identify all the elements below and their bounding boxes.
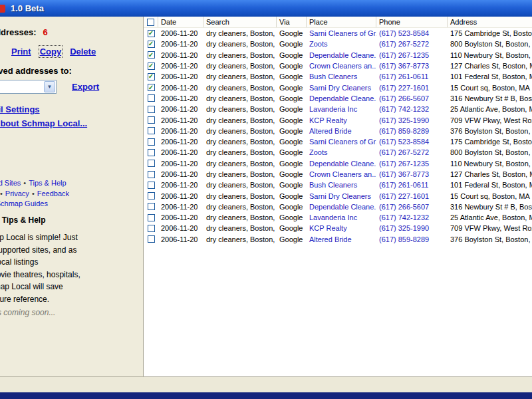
cell-search: dry cleaners, Boston, ... [203, 213, 277, 221]
cell-search: dry cleaners, Boston, ... [203, 181, 277, 189]
cell-place: Crown Cleaners an... [307, 170, 376, 178]
row-checkbox[interactable]: ✓ [148, 30, 155, 37]
table-row[interactable]: 2006-11-20 dry cleaners, Boston, ... Goo… [144, 212, 532, 223]
titlebar[interactable]: 1.0 Beta [0, 0, 532, 17]
column-header-place[interactable]: Place [307, 17, 376, 27]
row-checkbox[interactable] [148, 225, 155, 232]
row-checkbox[interactable] [148, 192, 155, 200]
cell-phone: (617) 742-1232 [376, 105, 448, 113]
cell-phone: (617) 267-5272 [376, 40, 448, 48]
check-icon: ✓ [148, 41, 154, 47]
about-schmap-local-link[interactable]: About Schmap Local... [0, 118, 87, 128]
export-link[interactable]: Export [72, 82, 99, 92]
cell-place: Lavanderia Inc [307, 213, 376, 221]
table-row[interactable]: 2006-11-20 dry cleaners, Boston, ... Goo… [144, 234, 532, 245]
table-row[interactable]: ✓ 2006-11-20 dry cleaners, Boston, ... G… [144, 39, 532, 49]
row-checkbox-cell: ✓ [144, 30, 158, 37]
table-row[interactable]: 2006-11-20 dry cleaners, Boston, ... Goo… [144, 104, 532, 114]
row-checkbox[interactable]: ✓ [148, 41, 155, 48]
table-row[interactable]: 2006-11-20 dry cleaners, Boston, ... Goo… [144, 126, 532, 136]
settings-link[interactable]: Email Settings [0, 104, 40, 114]
cell-place: Zoots [307, 148, 376, 156]
cell-phone: (617) 742-1232 [376, 213, 448, 221]
cell-address: 376 Boylston St, Boston, MA [448, 235, 532, 243]
cell-date: 2006-11-20 [158, 40, 203, 48]
export-format-dropdown[interactable]: ▼ [0, 80, 57, 94]
table-row[interactable]: ✓ 2006-11-20 dry cleaners, Boston, ... G… [144, 61, 532, 71]
column-header-via[interactable]: Via [277, 17, 307, 27]
feedback-link[interactable]: Feedback [37, 190, 69, 198]
row-checkbox[interactable] [148, 214, 155, 221]
copy-link[interactable]: Copy [40, 47, 62, 57]
row-checkbox[interactable]: ✓ [148, 63, 155, 70]
cell-phone: (617) 523-8584 [376, 29, 448, 37]
column-header-search[interactable]: Search [203, 17, 277, 27]
cell-address: 175 Cambridge St, Boston, MA [448, 138, 532, 146]
row-checkbox-cell [144, 160, 158, 167]
cell-date: 2006-11-20 [158, 84, 203, 92]
schmap-guides-link[interactable]: Free Schmap Guides [0, 200, 48, 207]
row-checkbox[interactable] [148, 106, 155, 113]
table-row[interactable]: 2006-11-20 dry cleaners, Boston, ... Goo… [144, 114, 532, 125]
cell-address: 175 Cambridge St, Boston, MA [448, 29, 532, 37]
row-checkbox[interactable]: ✓ [148, 73, 155, 80]
cell-place: Dependable Cleane... [307, 94, 376, 102]
table-row[interactable]: 2006-11-20 dry cleaners, Boston, ... Goo… [144, 169, 532, 180]
table-row[interactable]: 2006-11-20 dry cleaners, Boston, ... Goo… [144, 190, 532, 201]
table-row[interactable]: 2006-11-20 dry cleaners, Boston, ... Goo… [144, 136, 532, 147]
cell-phone: (617) 267-1235 [376, 51, 448, 59]
table-row[interactable]: ✓ 2006-11-20 dry cleaners, Boston, ... G… [144, 82, 532, 92]
row-checkbox[interactable] [148, 235, 155, 243]
help-paragraph: Using Schmap Local is simple! Just searc… [0, 231, 143, 305]
row-checkbox[interactable] [148, 171, 155, 178]
cell-phone: (617) 267-5272 [376, 148, 448, 156]
cell-search: dry cleaners, Boston, ... [203, 105, 277, 113]
table-body: ✓ 2006-11-20 dry cleaners, Boston, ... G… [144, 28, 532, 245]
chevron-down-icon[interactable]: ▼ [44, 81, 55, 92]
supported-sites-link[interactable]: Supported Sites [0, 179, 21, 187]
table-row[interactable]: 2006-11-20 dry cleaners, Boston, ... Goo… [144, 158, 532, 169]
saved-addresses-line: Saved addresses:6 [0, 27, 143, 37]
row-checkbox[interactable] [148, 138, 155, 146]
select-all-checkbox[interactable] [147, 19, 154, 26]
row-checkbox[interactable] [148, 182, 155, 189]
bullet-separator: • [0, 190, 3, 198]
check-icon: ✓ [148, 30, 154, 37]
table-row[interactable]: 2006-11-20 dry cleaners, Boston, ... Goo… [144, 147, 532, 158]
row-checkbox[interactable] [148, 160, 155, 167]
table-row[interactable]: ✓ 2006-11-20 dry cleaners, Boston, ... G… [144, 71, 532, 82]
column-header-address[interactable]: Address [448, 17, 532, 27]
cell-via: Google [277, 94, 307, 102]
tips-help-link[interactable]: Tips & Help [29, 179, 66, 187]
row-checkbox[interactable] [148, 116, 155, 124]
cell-search: dry cleaners, Boston, ... [203, 40, 277, 48]
cell-place: Sarni Dry Cleaners [307, 192, 376, 200]
cell-via: Google [277, 51, 307, 59]
table-row[interactable]: ✓ 2006-11-20 dry cleaners, Boston, ... G… [144, 50, 532, 61]
row-checkbox[interactable] [148, 203, 155, 210]
cell-date: 2006-11-20 [158, 235, 203, 243]
footer-links-line1: Supported Sites•Tips & Help [0, 179, 143, 187]
column-header-phone[interactable]: Phone [376, 17, 448, 27]
column-header-date[interactable]: Date [158, 17, 203, 27]
privacy-link[interactable]: Privacy [5, 190, 29, 198]
table-row[interactable]: 2006-11-20 dry cleaners, Boston, ... Goo… [144, 180, 532, 190]
cell-address: 15 Court sq, Boston, MA [448, 84, 532, 92]
table-row[interactable]: 2006-11-20 dry cleaners, Boston, ... Goo… [144, 93, 532, 104]
row-checkbox[interactable]: ✓ [148, 51, 155, 59]
row-checkbox[interactable] [148, 94, 155, 102]
help-text-line: you browse local listings [0, 256, 143, 269]
row-checkbox[interactable] [148, 149, 155, 156]
table-row[interactable]: ✓ 2006-11-20 dry cleaners, Boston, ... G… [144, 28, 532, 39]
cell-phone: (617) 325-1990 [376, 116, 448, 124]
taskbar[interactable] [0, 392, 532, 399]
print-link[interactable]: Print [11, 47, 31, 57]
row-checkbox-cell [144, 138, 158, 146]
footer-links-line3: Free Schmap Guides [0, 200, 143, 207]
table-row[interactable]: 2006-11-20 dry cleaners, Boston, ... Goo… [144, 201, 532, 212]
table-row[interactable]: 2006-11-20 dry cleaners, Boston, ... Goo… [144, 223, 532, 233]
delete-link[interactable]: Delete [70, 47, 96, 57]
check-icon: ✓ [148, 63, 154, 69]
row-checkbox[interactable] [148, 127, 155, 134]
row-checkbox[interactable]: ✓ [148, 84, 155, 91]
